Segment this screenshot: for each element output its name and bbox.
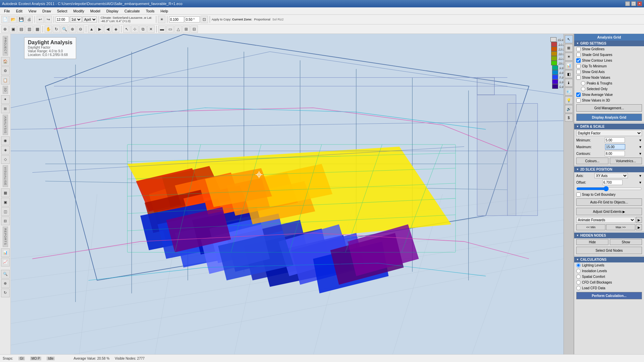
tb-new[interactable]: 📄 — [1, 16, 9, 23]
tb-top[interactable]: ▲ — [88, 25, 95, 33]
section-hidden-nodes[interactable]: HIDDEN NODES — [574, 233, 644, 238]
tb-save[interactable]: 💾 — [17, 16, 25, 23]
viewport[interactable]: Daylight Analysis Daylight Factor Value … — [11, 34, 564, 354]
lt-analysis1[interactable]: ◉ — [1, 136, 10, 145]
max-arrow[interactable]: ▼ — [639, 145, 642, 149]
section-slice[interactable]: 2D SLICE POSITION — [574, 167, 644, 172]
maximum-input[interactable] — [605, 144, 625, 149]
menu-file[interactable]: File — [1, 8, 13, 14]
rb-selected-only[interactable] — [581, 87, 585, 91]
adjust-btn[interactable]: Adjust Grid Extents ▶ — [576, 208, 642, 215]
scale2-input[interactable] — [185, 16, 200, 22]
volumetrics-btn[interactable]: Volumetrics... — [610, 158, 642, 164]
minimum-input[interactable] — [605, 137, 625, 143]
animate-end-btn[interactable]: ▶ — [636, 224, 642, 230]
cb-show-gridlines[interactable] — [576, 47, 581, 51]
tb-render[interactable]: ▤ — [17, 25, 25, 33]
scale1-input[interactable] — [169, 16, 184, 22]
menu-tools[interactable]: Tools — [143, 8, 157, 14]
rs-shadow-icon[interactable]: ◧ — [565, 70, 573, 78]
cb-snap-cell[interactable] — [576, 192, 581, 197]
menu-display[interactable]: Display — [104, 8, 121, 14]
rb-spatial[interactable] — [576, 275, 581, 279]
lt-rep1[interactable]: 📊 — [1, 248, 10, 257]
autofit-btn[interactable]: Auto-Fit Grid to Objects... — [576, 198, 642, 206]
section-calculations[interactable]: CALCULATIONS — [574, 257, 644, 262]
tb-shade[interactable]: ▥ — [25, 25, 33, 33]
month-select[interactable]: April — [83, 16, 97, 22]
min-btn[interactable]: << Min — [576, 224, 605, 230]
restore-btn[interactable]: ❐ — [631, 1, 636, 6]
perform-btn[interactable]: Perform Calculation... — [576, 292, 642, 299]
tb-redo[interactable]: ↪ — [45, 16, 52, 23]
rb-peaks-troughs[interactable] — [581, 81, 585, 85]
lt-vis3[interactable]: ◫ — [1, 207, 10, 216]
display-analysis-btn[interactable]: Display Analysis Grid — [576, 114, 642, 121]
menu-edit[interactable]: Edit — [13, 8, 25, 14]
rb-insolation[interactable] — [576, 269, 581, 273]
tb-zoomout[interactable]: ⊖ — [77, 25, 84, 33]
tb-rotate[interactable]: ↻ — [53, 25, 60, 33]
lt-rotate[interactable]: ↻ — [1, 289, 10, 297]
contours-input[interactable] — [605, 151, 625, 156]
menu-help[interactable]: Help — [158, 8, 171, 14]
tb-persp[interactable]: ◈ — [112, 25, 119, 33]
rs-thermal-icon[interactable]: 🌡 — [565, 79, 573, 87]
tb-wireframe[interactable]: ▣ — [9, 25, 17, 33]
cb-show-3d[interactable] — [576, 98, 581, 103]
menu-draw[interactable]: Draw — [40, 8, 54, 14]
tb-fit[interactable]: ⊡ — [201, 16, 208, 23]
lt-zoom2[interactable]: ⊕ — [1, 279, 10, 288]
contours-arrow[interactable]: ▼ — [639, 152, 642, 156]
cb-show-contour[interactable] — [576, 58, 581, 63]
lt-project3[interactable]: 📋 — [1, 76, 10, 84]
hide-btn[interactable]: Hide — [576, 239, 608, 245]
tb-zoom[interactable]: 🔍 — [61, 25, 68, 33]
time-input[interactable] — [56, 16, 69, 22]
tb-move[interactable]: ⊹ — [131, 25, 139, 33]
rb-load-cfd[interactable] — [576, 286, 581, 290]
rs-grid-icon[interactable]: ⊞ — [565, 44, 573, 52]
lt-3d1[interactable]: ✦ — [1, 95, 10, 104]
day-select[interactable]: 1st — [70, 16, 82, 22]
cb-show-grid-axis[interactable] — [576, 70, 581, 74]
menu-view[interactable]: View — [26, 8, 39, 14]
tb-copy[interactable]: ⧉ — [139, 25, 147, 33]
tb-roof[interactable]: △ — [174, 25, 182, 33]
tb-zoomin[interactable]: ⊕ — [69, 25, 76, 33]
section-grid-settings[interactable]: GRID SETTINGS — [574, 41, 644, 46]
menu-model[interactable]: Model — [88, 8, 103, 14]
lt-zoom1[interactable]: 🔍 — [1, 270, 10, 279]
rs-cursor-icon[interactable]: ↖ — [565, 35, 573, 43]
animate-select[interactable]: Animate Forwards — [576, 217, 635, 223]
rs-analysis-icon[interactable]: 📊 — [565, 61, 573, 69]
lt-vis1[interactable]: ▦ — [1, 188, 10, 197]
section-data-scale[interactable]: DATA & SCALE — [574, 124, 644, 129]
menu-calculate[interactable]: Calculate — [122, 8, 143, 14]
tb-print[interactable]: 🖨 — [25, 16, 33, 23]
lt-project2[interactable]: ⚙ — [1, 66, 10, 75]
show-btn[interactable]: Show — [610, 239, 642, 245]
lt-analysis2[interactable]: ◈ — [1, 146, 10, 155]
rs-sun-icon[interactable]: ☀ — [565, 53, 573, 61]
axis-arrow[interactable]: ▼ — [639, 174, 642, 178]
cb-show-node-values[interactable] — [576, 75, 581, 80]
tb-pan[interactable]: ✋ — [45, 25, 52, 33]
menu-modify[interactable]: Modify — [71, 8, 87, 14]
cb-shade-grid[interactable] — [576, 53, 581, 57]
axis-select[interactable]: XY Axis — [594, 173, 628, 178]
offset-slider[interactable] — [576, 186, 642, 191]
tb-floor[interactable]: ▭ — [166, 25, 174, 33]
tb-door[interactable]: ⊟ — [191, 25, 198, 33]
lt-rep2[interactable]: 📈 — [1, 258, 10, 266]
rs-air-icon[interactable]: 💨 — [565, 87, 573, 96]
rb-cfd[interactable] — [576, 280, 581, 285]
minimize-btn[interactable]: ─ — [625, 1, 630, 6]
offset-input[interactable] — [602, 180, 623, 185]
lt-analysis3[interactable]: ◇ — [1, 155, 10, 164]
tb-solid[interactable]: ▦ — [34, 25, 41, 33]
tb-select[interactable]: ↖ — [123, 25, 130, 33]
select-grid-nodes-btn[interactable]: Select Grid Nodes — [576, 247, 642, 254]
tb-wall[interactable]: ▬ — [158, 25, 166, 33]
max-btn[interactable]: Max >> — [606, 224, 635, 230]
